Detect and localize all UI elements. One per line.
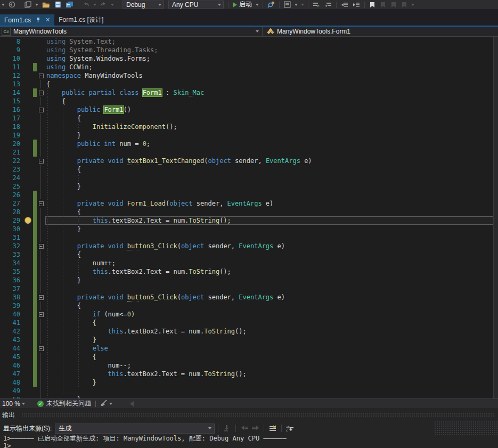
- line-number[interactable]: 40: [0, 310, 23, 319]
- line-number[interactable]: 19: [0, 131, 23, 140]
- code-line[interactable]: 17 {: [0, 114, 498, 123]
- word-wrap-icon[interactable]: abc: [285, 423, 296, 433]
- zoom-level-caret[interactable]: [22, 403, 25, 405]
- toggle-bookmark-icon[interactable]: [367, 1, 378, 9]
- code-line[interactable]: 45 {: [0, 353, 498, 361]
- type-member-dropdown[interactable]: ManyWindowTools.Form1: [263, 27, 498, 36]
- code-line[interactable]: 46 num--;: [0, 361, 498, 370]
- fold-collapse-icon[interactable]: −: [39, 91, 44, 95]
- code-line[interactable]: 39 {: [0, 302, 498, 310]
- code-text[interactable]: }: [45, 378, 498, 387]
- code-text[interactable]: }: [45, 182, 498, 191]
- code-line[interactable]: 16− public Form1(): [0, 105, 498, 114]
- code-text[interactable]: num--;: [45, 361, 498, 370]
- code-line[interactable]: 26: [0, 191, 498, 199]
- code-line[interactable]: 37: [0, 284, 498, 293]
- line-number[interactable]: 8: [0, 37, 23, 46]
- line-number[interactable]: 24: [0, 174, 23, 182]
- solution-configuration-dropdown[interactable]: Debug: [123, 1, 164, 9]
- code-text[interactable]: {: [45, 250, 498, 259]
- code-cleanup-caret[interactable]: [109, 403, 112, 405]
- new-item-icon[interactable]: [22, 1, 34, 9]
- code-line[interactable]: 34 num++;: [0, 259, 498, 267]
- code-text[interactable]: [45, 174, 498, 182]
- code-line[interactable]: 18 InitializeComponent();: [0, 123, 498, 131]
- fold-collapse-icon[interactable]: −: [39, 201, 44, 206]
- code-editor[interactable]: 8using System.Text;9using System.Threadi…: [0, 37, 498, 398]
- line-number[interactable]: 42: [0, 327, 23, 336]
- next-message-icon[interactable]: [250, 423, 260, 433]
- code-text[interactable]: }: [45, 336, 498, 344]
- code-text[interactable]: [45, 191, 498, 199]
- code-line[interactable]: 12−namespace ManyWindowTools: [0, 71, 498, 80]
- code-line[interactable]: 47 this.textBox2.Text = num.ToString();: [0, 370, 498, 378]
- code-line[interactable]: 35 this.textBox2.Text = num.ToString();: [0, 267, 498, 276]
- code-line[interactable]: 28 {: [0, 208, 498, 216]
- code-line[interactable]: 23 {: [0, 165, 498, 174]
- new-item-caret[interactable]: [35, 4, 38, 6]
- code-line[interactable]: 38− private void button5_Click(object se…: [0, 293, 498, 302]
- attach-to-process-icon[interactable]: [265, 1, 277, 9]
- code-text[interactable]: }: [45, 276, 498, 284]
- code-text[interactable]: [45, 148, 498, 157]
- code-text[interactable]: InitializeComponent();: [45, 123, 498, 131]
- fold-collapse-icon[interactable]: −: [39, 295, 44, 300]
- code-line[interactable]: 10using System.Windows.Forms;: [0, 54, 498, 63]
- line-number[interactable]: 14: [0, 88, 23, 97]
- line-number[interactable]: 45: [0, 353, 23, 361]
- panel-drag-grip[interactable]: [21, 413, 495, 417]
- fold-collapse-icon[interactable]: −: [39, 346, 44, 351]
- close-icon[interactable]: ✕: [45, 17, 50, 23]
- code-text[interactable]: {: [45, 80, 498, 88]
- line-number[interactable]: 9: [0, 46, 23, 54]
- code-text[interactable]: {: [45, 165, 498, 174]
- clear-bookmarks-icon[interactable]: [399, 1, 410, 9]
- line-number[interactable]: 37: [0, 284, 23, 293]
- code-text[interactable]: {: [45, 208, 498, 216]
- code-line[interactable]: 33 {: [0, 250, 498, 259]
- code-text[interactable]: if (num<=0): [45, 310, 498, 319]
- prev-message-icon[interactable]: [239, 423, 250, 433]
- code-line[interactable]: 13{: [0, 80, 498, 88]
- line-number[interactable]: 34: [0, 259, 23, 267]
- code-line[interactable]: 31: [0, 233, 498, 242]
- start-debug-caret[interactable]: [256, 4, 259, 6]
- bookmark-overflow-caret[interactable]: [411, 4, 414, 6]
- code-text[interactable]: namespace ManyWindowTools: [45, 71, 498, 80]
- fold-collapse-icon[interactable]: −: [39, 159, 44, 164]
- code-text[interactable]: [45, 284, 498, 293]
- code-text[interactable]: this.textBox2.Text = num.ToString();: [45, 216, 498, 225]
- line-number[interactable]: 47: [0, 370, 23, 378]
- line-number[interactable]: 48: [0, 378, 23, 387]
- code-line[interactable]: 43 }: [0, 336, 498, 344]
- code-line[interactable]: 11using CCWin;: [0, 63, 498, 71]
- decrease-indent-icon[interactable]: [339, 1, 350, 9]
- code-line[interactable]: 20 public int num = 0;: [0, 140, 498, 148]
- redo-icon[interactable]: [98, 1, 109, 9]
- line-number[interactable]: 10: [0, 54, 23, 63]
- code-line[interactable]: 24: [0, 174, 498, 182]
- code-line[interactable]: 48 }: [0, 378, 498, 387]
- pin-icon[interactable]: [35, 17, 41, 23]
- line-number[interactable]: 21: [0, 148, 23, 157]
- code-line[interactable]: 14− public partial class Form1 : Skin_Ma…: [0, 88, 498, 97]
- code-text[interactable]: [45, 387, 498, 395]
- code-line[interactable]: 49: [0, 387, 498, 395]
- line-number[interactable]: 39: [0, 302, 23, 310]
- code-text[interactable]: else: [45, 344, 498, 353]
- code-text[interactable]: {: [45, 302, 498, 310]
- code-line[interactable]: 41 {: [0, 319, 498, 327]
- zoom-level-control[interactable]: 100 %: [2, 400, 20, 408]
- code-text[interactable]: public Form1(): [45, 105, 498, 114]
- toolbar-overflow-caret[interactable]: [2, 4, 5, 6]
- code-line[interactable]: 19 }: [0, 131, 498, 140]
- code-text[interactable]: private void button5_Click(object sender…: [45, 293, 498, 302]
- line-number[interactable]: 29: [0, 216, 23, 225]
- line-number[interactable]: 30: [0, 225, 23, 233]
- code-text[interactable]: using CCWin;: [45, 63, 498, 71]
- code-line[interactable]: 30 }: [0, 225, 498, 233]
- fold-collapse-icon[interactable]: −: [39, 312, 44, 317]
- code-text[interactable]: using System.Text;: [45, 37, 498, 46]
- redo-caret[interactable]: [111, 4, 114, 6]
- save-all-icon[interactable]: [63, 1, 76, 9]
